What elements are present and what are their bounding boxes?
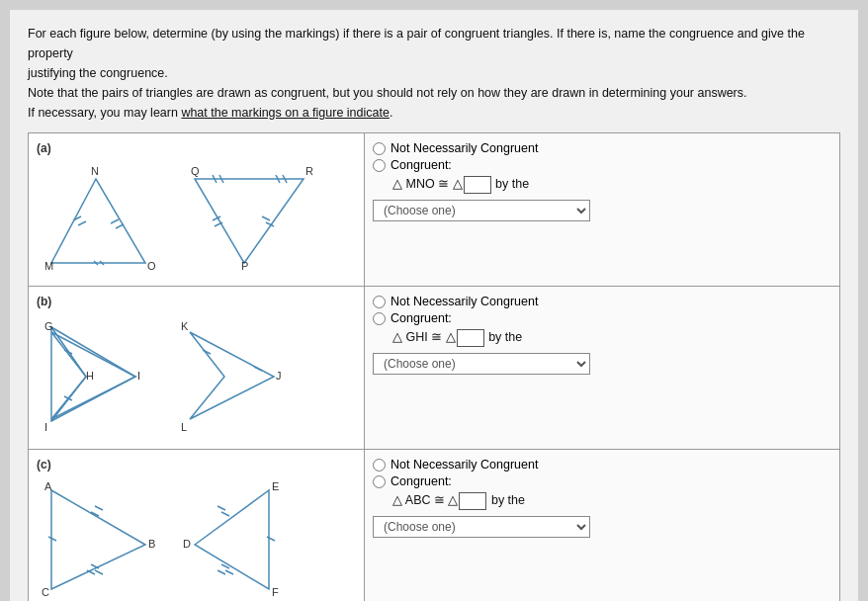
not-congruent-label-b[interactable]: Not Necessarily Congruent bbox=[373, 295, 831, 308]
congruent-label-b[interactable]: Congruent: bbox=[373, 311, 831, 325]
figure-a: M N O bbox=[37, 159, 356, 278]
page: For each figure below, determine (by usi… bbox=[10, 10, 858, 601]
svg-line-2 bbox=[78, 221, 86, 225]
answer-cell-b: Not Necessarily Congruent Congruent: △ G… bbox=[365, 287, 840, 450]
instruction-line3: If necessary, you may learn what the mar… bbox=[28, 103, 840, 123]
svg-text:R: R bbox=[305, 165, 313, 177]
svg-line-48 bbox=[217, 506, 225, 510]
congruent-radio-a[interactable] bbox=[373, 159, 386, 172]
congruence-line-a: △ MNO ≅ △ by the bbox=[392, 176, 831, 194]
figure-cell-c: (c) A bbox=[29, 450, 365, 602]
problem-label-b: (b) bbox=[37, 295, 356, 308]
not-congruent-label-a[interactable]: Not Necessarily Congruent bbox=[373, 141, 831, 155]
svg-line-50 bbox=[217, 570, 225, 574]
figure-b: G H I I K J L bbox=[37, 312, 356, 441]
congruence-line-b: △ GHI ≅ △ by the bbox=[392, 329, 831, 347]
congruent-radio-b[interactable] bbox=[373, 312, 386, 325]
svg-line-32 bbox=[254, 367, 262, 371]
svg-text:D: D bbox=[183, 538, 191, 550]
instructions: For each figure below, determine (by usi… bbox=[28, 24, 840, 123]
not-congruent-label-c[interactable]: Not Necessarily Congruent bbox=[373, 458, 831, 472]
problem-row-c: (c) A bbox=[29, 450, 840, 602]
not-congruent-radio-a[interactable] bbox=[373, 142, 386, 155]
svg-text:J: J bbox=[276, 370, 282, 382]
svg-marker-0 bbox=[51, 179, 145, 263]
svg-line-52 bbox=[267, 537, 275, 541]
svg-text:G: G bbox=[44, 320, 53, 332]
svg-line-42 bbox=[48, 537, 56, 541]
instruction-line1: For each figure below, determine (by usi… bbox=[28, 24, 840, 83]
svg-text:O: O bbox=[147, 260, 156, 272]
svg-text:E: E bbox=[272, 480, 279, 492]
markings-link[interactable]: what the markings on a figure indicate bbox=[181, 106, 390, 120]
svg-line-15 bbox=[262, 216, 270, 220]
answer-cell-c: Not Necessarily Congruent Congruent: △ A… bbox=[365, 450, 840, 602]
dropdown-row-a: (Choose one) SSS SAS ASA AAS HL bbox=[373, 200, 831, 221]
congruent-radio-c[interactable] bbox=[373, 475, 386, 488]
radio-group-b: Not Necessarily Congruent Congruent: bbox=[373, 295, 831, 325]
radio-group-a: Not Necessarily Congruent Congruent: bbox=[373, 141, 831, 172]
svg-marker-10 bbox=[195, 179, 304, 263]
svg-line-3 bbox=[111, 219, 119, 223]
congruent-label-c[interactable]: Congruent: bbox=[373, 474, 831, 488]
not-congruent-radio-b[interactable] bbox=[373, 296, 386, 308]
problem-table: (a) M N bbox=[28, 132, 840, 601]
svg-line-51 bbox=[225, 570, 233, 574]
svg-marker-36 bbox=[51, 490, 145, 589]
svg-line-40 bbox=[95, 570, 103, 574]
svg-text:P: P bbox=[241, 260, 248, 272]
triangle-input-b[interactable] bbox=[457, 329, 484, 347]
problem-label-c: (c) bbox=[37, 458, 356, 472]
not-congruent-radio-c[interactable] bbox=[373, 459, 386, 472]
svg-text:N: N bbox=[91, 165, 99, 177]
svg-text:K: K bbox=[181, 320, 189, 332]
svg-text:L: L bbox=[181, 421, 187, 433]
choose-one-select-b[interactable]: (Choose one) SSS SAS ASA AAS HL bbox=[373, 353, 590, 375]
congruence-line-c: △ ABC ≅ △ by the bbox=[392, 492, 831, 510]
svg-text:M: M bbox=[44, 260, 53, 272]
radio-group-c: Not Necessarily Congruent Congruent: bbox=[373, 458, 831, 488]
svg-text:I: I bbox=[44, 421, 47, 433]
svg-marker-30 bbox=[190, 332, 274, 419]
choose-one-select-a[interactable]: (Choose one) SSS SAS ASA AAS HL bbox=[373, 200, 590, 221]
figure-cell-b: (b) G H bbox=[29, 287, 365, 450]
svg-line-47 bbox=[221, 512, 229, 516]
problem-label-a: (a) bbox=[37, 141, 356, 155]
congruent-label-a[interactable]: Congruent: bbox=[373, 158, 831, 172]
figure-cell-a: (a) M N bbox=[29, 133, 365, 287]
svg-text:C: C bbox=[42, 586, 49, 598]
svg-text:H: H bbox=[86, 370, 94, 382]
dropdown-row-c: (Choose one) SSS SAS ASA AAS HL bbox=[373, 516, 831, 538]
svg-line-38 bbox=[95, 506, 103, 510]
problem-row-a: (a) M N bbox=[29, 133, 840, 287]
triangle-input-a[interactable] bbox=[464, 176, 491, 194]
choose-one-select-c[interactable]: (Choose one) SSS SAS ASA AAS HL bbox=[373, 516, 590, 538]
svg-text:A: A bbox=[44, 480, 52, 492]
problem-row-b: (b) G H bbox=[29, 287, 840, 450]
triangle-input-c[interactable] bbox=[459, 492, 486, 510]
answer-cell-a: Not Necessarily Congruent Congruent: △ M… bbox=[365, 133, 840, 287]
svg-text:B: B bbox=[148, 538, 155, 550]
dropdown-row-b: (Choose one) SSS SAS ASA AAS HL bbox=[373, 353, 831, 375]
instruction-line2: Note that the pairs of triangles are dra… bbox=[28, 83, 840, 103]
figure-c: A B C D bbox=[37, 475, 356, 601]
svg-text:F: F bbox=[272, 586, 279, 598]
svg-text:Q: Q bbox=[191, 165, 200, 177]
svg-text:I: I bbox=[137, 370, 140, 382]
svg-line-4 bbox=[116, 224, 124, 228]
